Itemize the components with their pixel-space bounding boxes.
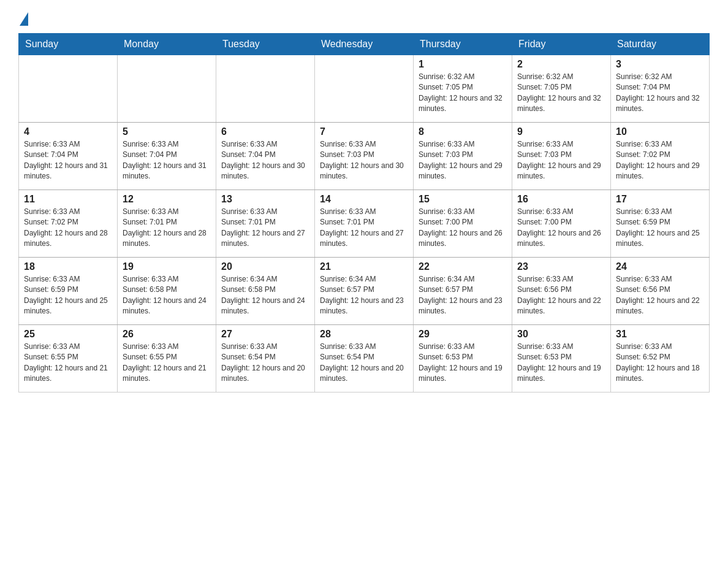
day-number: 28	[320, 329, 408, 340]
day-info: Sunrise: 6:33 AM Sunset: 7:02 PM Dayligh…	[616, 139, 704, 182]
day-number: 27	[221, 329, 309, 340]
calendar-day-cell: 14Sunrise: 6:33 AM Sunset: 7:01 PM Dayli…	[315, 190, 414, 258]
calendar-day-cell: 30Sunrise: 6:33 AM Sunset: 6:53 PM Dayli…	[512, 325, 611, 393]
day-of-week-header: Tuesday	[216, 34, 315, 55]
calendar-header-row: SundayMondayTuesdayWednesdayThursdayFrid…	[19, 34, 710, 55]
day-info: Sunrise: 6:33 AM Sunset: 6:52 PM Dayligh…	[616, 342, 704, 385]
calendar-week-row: 1Sunrise: 6:32 AM Sunset: 7:05 PM Daylig…	[19, 55, 710, 123]
calendar-day-cell: 1Sunrise: 6:32 AM Sunset: 7:05 PM Daylig…	[414, 55, 512, 123]
day-number: 5	[123, 126, 211, 137]
day-number: 30	[517, 329, 605, 340]
day-info: Sunrise: 6:33 AM Sunset: 6:59 PM Dayligh…	[616, 207, 704, 250]
day-number: 15	[419, 194, 507, 205]
day-info: Sunrise: 6:33 AM Sunset: 6:53 PM Dayligh…	[517, 342, 605, 385]
calendar-day-cell: 23Sunrise: 6:33 AM Sunset: 6:56 PM Dayli…	[512, 258, 611, 325]
calendar-day-cell: 16Sunrise: 6:33 AM Sunset: 7:00 PM Dayli…	[512, 190, 611, 258]
day-of-week-header: Monday	[118, 34, 216, 55]
day-info: Sunrise: 6:33 AM Sunset: 6:56 PM Dayligh…	[517, 274, 605, 317]
calendar-day-cell: 19Sunrise: 6:33 AM Sunset: 6:58 PM Dayli…	[118, 258, 216, 325]
day-info: Sunrise: 6:33 AM Sunset: 6:59 PM Dayligh…	[24, 274, 112, 317]
day-of-week-header: Saturday	[611, 34, 710, 55]
calendar-day-cell	[118, 55, 216, 123]
day-number: 25	[24, 329, 112, 340]
day-number: 29	[419, 329, 507, 340]
calendar-day-cell: 10Sunrise: 6:33 AM Sunset: 7:02 PM Dayli…	[611, 123, 710, 190]
day-number: 19	[123, 261, 211, 272]
calendar-day-cell	[19, 55, 118, 123]
calendar-week-row: 25Sunrise: 6:33 AM Sunset: 6:55 PM Dayli…	[19, 325, 710, 393]
calendar-day-cell: 13Sunrise: 6:33 AM Sunset: 7:01 PM Dayli…	[216, 190, 315, 258]
day-number: 12	[123, 194, 211, 205]
calendar-day-cell: 21Sunrise: 6:34 AM Sunset: 6:57 PM Dayli…	[315, 258, 414, 325]
day-number: 31	[616, 329, 704, 340]
day-number: 3	[616, 59, 704, 70]
day-number: 18	[24, 261, 112, 272]
day-number: 11	[24, 194, 112, 205]
day-info: Sunrise: 6:33 AM Sunset: 6:55 PM Dayligh…	[24, 342, 112, 385]
calendar-week-row: 4Sunrise: 6:33 AM Sunset: 7:04 PM Daylig…	[19, 123, 710, 190]
day-number: 13	[221, 194, 309, 205]
day-info: Sunrise: 6:33 AM Sunset: 6:56 PM Dayligh…	[616, 274, 704, 317]
day-number: 24	[616, 261, 704, 272]
day-info: Sunrise: 6:33 AM Sunset: 6:54 PM Dayligh…	[221, 342, 309, 385]
day-info: Sunrise: 6:32 AM Sunset: 7:04 PM Dayligh…	[616, 72, 704, 115]
day-number: 2	[517, 59, 605, 70]
day-info: Sunrise: 6:33 AM Sunset: 7:01 PM Dayligh…	[221, 207, 309, 250]
logo	[18, 12, 28, 22]
calendar-day-cell: 24Sunrise: 6:33 AM Sunset: 6:56 PM Dayli…	[611, 258, 710, 325]
day-info: Sunrise: 6:33 AM Sunset: 7:01 PM Dayligh…	[320, 207, 408, 250]
calendar-day-cell	[315, 55, 414, 123]
day-number: 9	[517, 126, 605, 137]
day-number: 10	[616, 126, 704, 137]
day-info: Sunrise: 6:33 AM Sunset: 7:04 PM Dayligh…	[123, 139, 211, 182]
day-info: Sunrise: 6:32 AM Sunset: 7:05 PM Dayligh…	[517, 72, 605, 115]
day-info: Sunrise: 6:33 AM Sunset: 6:58 PM Dayligh…	[123, 274, 211, 317]
calendar-day-cell: 18Sunrise: 6:33 AM Sunset: 6:59 PM Dayli…	[19, 258, 118, 325]
day-number: 16	[517, 194, 605, 205]
calendar-day-cell: 31Sunrise: 6:33 AM Sunset: 6:52 PM Dayli…	[611, 325, 710, 393]
day-number: 23	[517, 261, 605, 272]
calendar-day-cell: 3Sunrise: 6:32 AM Sunset: 7:04 PM Daylig…	[611, 55, 710, 123]
calendar-day-cell	[216, 55, 315, 123]
day-info: Sunrise: 6:34 AM Sunset: 6:58 PM Dayligh…	[221, 274, 309, 317]
calendar-week-row: 18Sunrise: 6:33 AM Sunset: 6:59 PM Dayli…	[19, 258, 710, 325]
calendar-day-cell: 7Sunrise: 6:33 AM Sunset: 7:03 PM Daylig…	[315, 123, 414, 190]
calendar-day-cell: 6Sunrise: 6:33 AM Sunset: 7:04 PM Daylig…	[216, 123, 315, 190]
day-info: Sunrise: 6:33 AM Sunset: 7:00 PM Dayligh…	[517, 207, 605, 250]
day-number: 14	[320, 194, 408, 205]
day-info: Sunrise: 6:33 AM Sunset: 7:02 PM Dayligh…	[24, 207, 112, 250]
day-info: Sunrise: 6:33 AM Sunset: 6:53 PM Dayligh…	[419, 342, 507, 385]
calendar-day-cell: 4Sunrise: 6:33 AM Sunset: 7:04 PM Daylig…	[19, 123, 118, 190]
calendar-day-cell: 22Sunrise: 6:34 AM Sunset: 6:57 PM Dayli…	[414, 258, 512, 325]
calendar-day-cell: 2Sunrise: 6:32 AM Sunset: 7:05 PM Daylig…	[512, 55, 611, 123]
day-info: Sunrise: 6:34 AM Sunset: 6:57 PM Dayligh…	[419, 274, 507, 317]
day-info: Sunrise: 6:33 AM Sunset: 7:03 PM Dayligh…	[419, 139, 507, 182]
day-info: Sunrise: 6:33 AM Sunset: 7:04 PM Dayligh…	[221, 139, 309, 182]
calendar-day-cell: 25Sunrise: 6:33 AM Sunset: 6:55 PM Dayli…	[19, 325, 118, 393]
day-info: Sunrise: 6:33 AM Sunset: 7:04 PM Dayligh…	[24, 139, 112, 182]
day-of-week-header: Wednesday	[315, 34, 414, 55]
day-number: 7	[320, 126, 408, 137]
day-info: Sunrise: 6:33 AM Sunset: 6:55 PM Dayligh…	[123, 342, 211, 385]
day-number: 26	[123, 329, 211, 340]
day-number: 22	[419, 261, 507, 272]
calendar-day-cell: 5Sunrise: 6:33 AM Sunset: 7:04 PM Daylig…	[118, 123, 216, 190]
day-info: Sunrise: 6:33 AM Sunset: 7:03 PM Dayligh…	[517, 139, 605, 182]
day-info: Sunrise: 6:33 AM Sunset: 7:00 PM Dayligh…	[419, 207, 507, 250]
day-info: Sunrise: 6:33 AM Sunset: 7:01 PM Dayligh…	[123, 207, 211, 250]
day-number: 17	[616, 194, 704, 205]
calendar-table: SundayMondayTuesdayWednesdayThursdayFrid…	[18, 33, 710, 393]
day-number: 1	[419, 59, 507, 70]
day-info: Sunrise: 6:32 AM Sunset: 7:05 PM Dayligh…	[419, 72, 507, 115]
day-info: Sunrise: 6:33 AM Sunset: 7:03 PM Dayligh…	[320, 139, 408, 182]
day-of-week-header: Sunday	[19, 34, 118, 55]
calendar-day-cell: 17Sunrise: 6:33 AM Sunset: 6:59 PM Dayli…	[611, 190, 710, 258]
day-info: Sunrise: 6:33 AM Sunset: 6:54 PM Dayligh…	[320, 342, 408, 385]
page-header	[18, 12, 710, 22]
calendar-day-cell: 29Sunrise: 6:33 AM Sunset: 6:53 PM Dayli…	[414, 325, 512, 393]
calendar-day-cell: 8Sunrise: 6:33 AM Sunset: 7:03 PM Daylig…	[414, 123, 512, 190]
calendar-day-cell: 9Sunrise: 6:33 AM Sunset: 7:03 PM Daylig…	[512, 123, 611, 190]
day-of-week-header: Friday	[512, 34, 611, 55]
day-number: 6	[221, 126, 309, 137]
day-number: 21	[320, 261, 408, 272]
